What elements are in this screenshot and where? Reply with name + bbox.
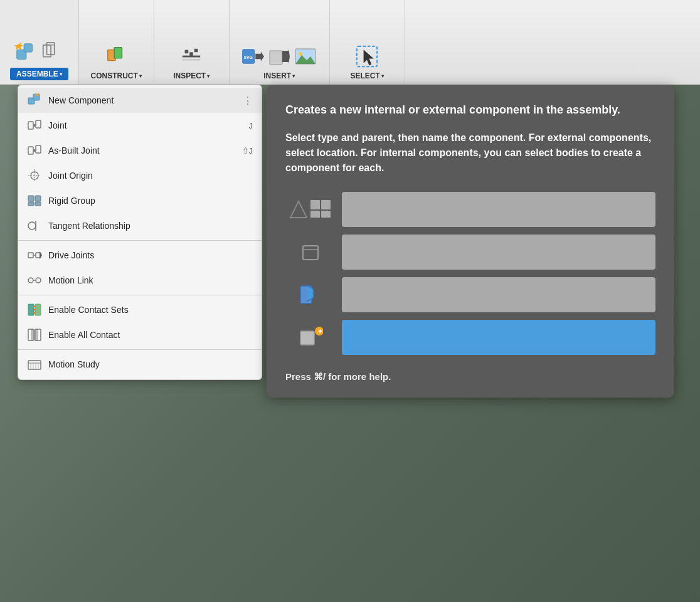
- divider-2: [18, 295, 262, 295]
- select-section[interactable]: SELECT ▾: [330, 0, 405, 84]
- new-component-label: New Component: [48, 95, 234, 105]
- sheet-metal-option-icon: [285, 233, 336, 271]
- menu-item-rigid-group[interactable]: Rigid Group: [18, 188, 262, 213]
- svg-rect-29: [28, 147, 33, 154]
- motion-study-label: Motion Study: [48, 359, 253, 369]
- construct-chevron: ▾: [139, 73, 142, 79]
- construct-icon: [105, 45, 127, 68]
- joint-origin-icon: [27, 168, 42, 183]
- menu-item-joint[interactable]: Joint J: [18, 113, 262, 138]
- construct-label[interactable]: CONSTRUCT ▾: [91, 71, 142, 80]
- svg-marker-17: [282, 48, 290, 65]
- svg-export-icon: SVG: [241, 45, 264, 68]
- external-option-icon: [285, 276, 336, 314]
- external-option-bar: [342, 277, 655, 312]
- svg-rect-7: [114, 48, 122, 58]
- inspect-chevron: ▾: [207, 73, 209, 79]
- svg-point-28: [33, 124, 36, 127]
- menu-item-tangent-relationship[interactable]: Tangent Relationship: [18, 213, 262, 238]
- svg-rect-37: [28, 202, 34, 206]
- menu-item-motion-link[interactable]: Motion Link: [18, 268, 262, 293]
- svg-text:✦: ✦: [317, 328, 323, 335]
- svg-rect-38: [35, 202, 41, 206]
- motion-study-icon: [27, 357, 42, 372]
- option-row-new-highlighted[interactable]: ✦: [285, 319, 655, 356]
- as-built-joint-shortcut: ⇧J: [242, 146, 253, 156]
- as-built-joint-icon: [27, 143, 42, 158]
- tangent-relationship-icon: [27, 218, 42, 233]
- tooltip-title: Creates a new internal or external compo…: [285, 102, 655, 118]
- menu-item-as-built-joint[interactable]: As-Built Joint ⇧J: [18, 138, 262, 163]
- option-row-sheet-metal[interactable]: [285, 233, 655, 271]
- svg-rect-57: [28, 361, 41, 369]
- svg-rect-68: [303, 246, 318, 260]
- svg-rect-71: [300, 331, 314, 345]
- share-icon: [268, 45, 290, 68]
- select-icons: [356, 45, 378, 68]
- svg-rect-53: [28, 329, 34, 341]
- assemble-icons: [14, 41, 63, 64]
- svg-rect-1: [24, 44, 33, 52]
- drive-joints-label: Drive Joints: [48, 250, 253, 260]
- svg-point-46: [36, 278, 41, 283]
- svg-rect-9: [185, 50, 189, 54]
- divider-3: [18, 349, 262, 350]
- svg-point-39: [28, 222, 36, 230]
- select-label[interactable]: SELECT ▾: [351, 71, 384, 80]
- select-chevron: ▾: [381, 73, 384, 79]
- assemble-icon-2: [41, 41, 63, 64]
- menu-item-new-component[interactable]: New Component ⋮: [18, 88, 262, 113]
- svg-point-31: [33, 149, 36, 152]
- assemble-label[interactable]: ASSEMBLE ▾: [10, 68, 68, 80]
- more-options-btn[interactable]: ⋮: [243, 95, 253, 107]
- rigid-group-label: Rigid Group: [48, 196, 253, 206]
- menu-item-drive-joints[interactable]: Drive Joints: [18, 243, 262, 268]
- svg-rect-64: [310, 200, 320, 209]
- svg-rect-11: [194, 49, 198, 53]
- new-highlighted-option-bar: [342, 320, 655, 355]
- divider-1: [18, 240, 262, 241]
- inspect-icons: [180, 45, 203, 68]
- joint-label: Joint: [48, 120, 243, 130]
- svg-rect-49: [35, 304, 41, 315]
- svg-point-45: [28, 278, 33, 283]
- inspect-section[interactable]: INSPECT ▾: [154, 0, 230, 84]
- svg-rect-27: [36, 120, 41, 128]
- standard-option-bar: [342, 192, 655, 227]
- menu-item-motion-study[interactable]: Motion Study: [18, 352, 262, 377]
- svg-rect-66: [310, 211, 320, 218]
- tangent-relationship-label: Tangent Relationship: [48, 221, 253, 231]
- tooltip-body: Select type and parent, then name the co…: [285, 130, 655, 176]
- new-highlighted-option-icon: ✦: [285, 319, 336, 356]
- svg-text:SVG: SVG: [244, 55, 253, 60]
- menu-item-joint-origin[interactable]: Joint Origin: [18, 163, 262, 188]
- svg-point-19: [299, 52, 302, 56]
- insert-icons: SVG: [241, 45, 317, 68]
- assemble-section[interactable]: ASSEMBLE ▾: [0, 0, 79, 84]
- insert-label[interactable]: INSERT ▾: [263, 71, 295, 80]
- insert-section[interactable]: SVG INSERT ▾: [230, 0, 330, 84]
- svg-rect-30: [36, 145, 41, 153]
- svg-rect-36: [35, 196, 41, 201]
- standard-option-icon: [285, 191, 336, 228]
- tooltip-footer: Press ⌘/ for more help.: [285, 371, 655, 383]
- inspect-icon: [180, 45, 203, 68]
- as-built-joint-label: As-Built Joint: [48, 145, 236, 156]
- svg-rect-65: [321, 200, 331, 209]
- option-row-standard[interactable]: [285, 191, 655, 228]
- svg-rect-16: [270, 51, 282, 65]
- options-grid: ✦: [285, 191, 655, 356]
- new-component-icon: [27, 93, 42, 108]
- drive-joints-icon: [27, 248, 42, 263]
- motion-link-label: Motion Link: [48, 275, 253, 285]
- menu-item-enable-contact-sets[interactable]: Enable Contact Sets: [18, 297, 262, 322]
- construct-section[interactable]: CONSTRUCT ▾: [79, 0, 154, 84]
- joint-origin-label: Joint Origin: [48, 171, 253, 181]
- menu-item-enable-all-contact[interactable]: Enable All Contact: [18, 322, 262, 347]
- insert-chevron: ▾: [292, 73, 295, 79]
- svg-marker-15: [255, 51, 264, 61]
- select-icon: [356, 45, 378, 68]
- option-row-external[interactable]: [285, 276, 655, 314]
- svg-rect-67: [321, 211, 331, 218]
- inspect-label[interactable]: INSPECT ▾: [173, 71, 209, 80]
